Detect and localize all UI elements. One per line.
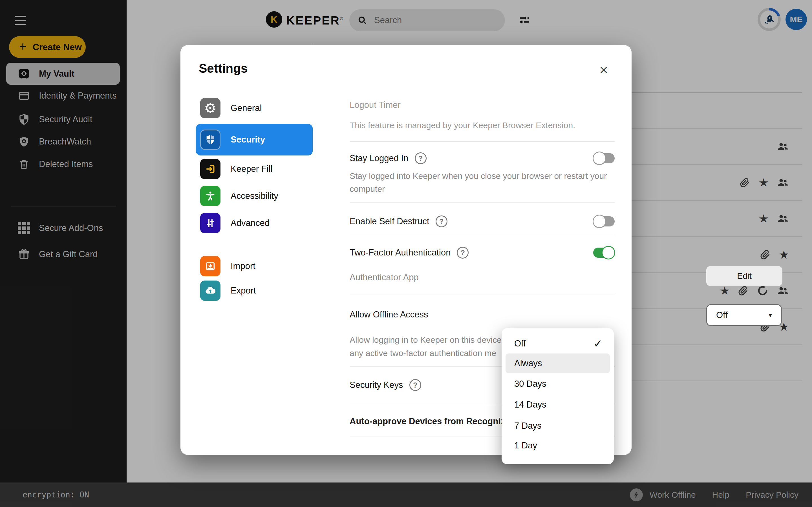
import-icon bbox=[200, 256, 220, 276]
offline-access-dropdown: Off ✓ Always 30 Days 14 Days 7 Days 1 Da… bbox=[502, 328, 614, 464]
settings-nav-security[interactable]: Security bbox=[196, 124, 313, 156]
stay-logged-in-description-2: computer bbox=[350, 184, 385, 194]
edit-button[interactable]: Edit bbox=[706, 266, 782, 286]
settings-nav-keeper-fill[interactable]: Keeper Fill bbox=[196, 156, 313, 182]
dropdown-option-7-days[interactable]: 7 Days bbox=[502, 419, 614, 433]
dropdown-option-1-day[interactable]: 1 Day bbox=[502, 439, 614, 453]
settings-nav-general[interactable]: ⚙ General bbox=[196, 95, 313, 122]
dropdown-option-off[interactable]: Off ✓ bbox=[502, 336, 614, 351]
logout-timer-label: Logout Timer bbox=[350, 100, 401, 110]
authenticator-app-label: Authenticator App bbox=[350, 272, 419, 283]
two-factor-toggle[interactable] bbox=[593, 246, 615, 260]
offline-access-value: Off bbox=[716, 310, 728, 320]
two-factor-label: Two-Factor Authentication bbox=[350, 247, 451, 258]
stay-logged-in-description: Stay logged into Keeper when you close y… bbox=[350, 171, 607, 181]
settings-nav-export[interactable]: Export bbox=[196, 277, 313, 304]
security-keys-label: Security Keys bbox=[350, 380, 403, 390]
gear-icon: ⚙ bbox=[200, 98, 220, 118]
offline-access-select[interactable]: Off ▼ bbox=[706, 304, 782, 326]
check-icon: ✓ bbox=[594, 337, 603, 350]
help-circle-icon[interactable]: ? bbox=[415, 152, 426, 164]
help-circle-icon[interactable]: ? bbox=[409, 379, 421, 391]
offline-access-description: Allow logging in to Keeper on this devic… bbox=[350, 335, 502, 345]
chevron-down-icon: ▼ bbox=[767, 312, 773, 319]
settings-nav-accessibility[interactable]: Accessibility bbox=[196, 182, 313, 210]
offline-access-description-2: any active two-factor authentication me bbox=[350, 348, 496, 358]
settings-nav-advanced[interactable]: Advanced bbox=[196, 210, 313, 237]
logout-timer-description: This feature is managed by your Keeper B… bbox=[350, 121, 575, 130]
settings-nav-import[interactable]: Import bbox=[196, 252, 313, 280]
dropdown-option-14-days[interactable]: 14 Days bbox=[502, 398, 614, 412]
cloud-upload-icon bbox=[200, 281, 220, 301]
modal-title: Settings bbox=[199, 61, 248, 75]
stay-logged-in-label: Stay Logged In bbox=[350, 153, 409, 163]
sliders-icon bbox=[200, 213, 220, 233]
dropdown-option-30-days[interactable]: 30 Days bbox=[502, 377, 614, 391]
self-destruct-label: Enable Self Destruct bbox=[350, 216, 429, 226]
offline-access-label: Allow Offline Access bbox=[350, 309, 428, 320]
shield-icon bbox=[200, 129, 220, 150]
help-circle-icon[interactable]: ? bbox=[457, 247, 469, 259]
stay-logged-in-toggle[interactable] bbox=[593, 152, 615, 165]
self-destruct-toggle[interactable] bbox=[593, 215, 615, 228]
accessibility-icon bbox=[200, 186, 220, 206]
help-circle-icon[interactable]: ? bbox=[436, 216, 448, 227]
auto-approve-label: Auto-approve Devices from Recognized bbox=[350, 416, 515, 427]
dropdown-option-always[interactable]: Always bbox=[506, 353, 610, 373]
keeper-fill-icon bbox=[200, 159, 220, 179]
